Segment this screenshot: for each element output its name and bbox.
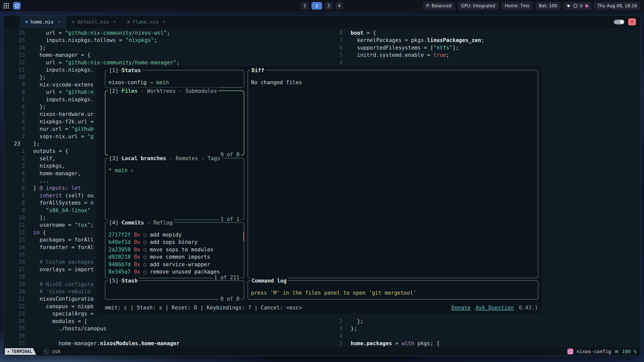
code-line[interactable]: 15 inputs.nixpkgs.follows = "nixpkgs"; (4, 37, 331, 44)
commit-row[interactable]: 2a23950 0x ○ move sops to modules (108, 246, 241, 253)
code-line[interactable]: 12 url = "github:nix-community/home-mana… (4, 59, 331, 66)
line-number: 4 (4, 170, 25, 177)
lazygit-diff-panel[interactable]: Diff No changed files (248, 70, 538, 278)
code-line[interactable]: 4 (331, 332, 640, 340)
workspace-button-3[interactable]: 3 (325, 2, 333, 10)
lazygit-status-panel[interactable]: [1]─Status nixos-config → main (105, 70, 244, 88)
workspace-button-1[interactable]: 1 (301, 2, 309, 10)
donate-link[interactable]: Donate (452, 304, 471, 311)
code-text: home-manager.nixosModules.home-manager (33, 340, 180, 347)
line-number: 4 (331, 59, 343, 66)
code-text: nixpkgs, (33, 162, 65, 170)
code-text: boot = { (351, 29, 376, 37)
files-count: 0 of 0 (219, 151, 241, 158)
app-launcher-icon[interactable] (4, 3, 9, 9)
lazygit-branches-panel[interactable]: [3]─Local branches - Remotes - Tags * ma… (105, 158, 244, 220)
line-number: 17 (4, 266, 25, 273)
line-number: 6 (4, 103, 25, 111)
workspaces: 1234 (301, 0, 343, 12)
tab-close-icon[interactable]: ✕ (113, 20, 116, 24)
lines-icon: ≡ (614, 348, 619, 354)
workspace-button-2[interactable]: 2 (311, 2, 322, 10)
code-text: outputs = { (33, 148, 68, 155)
line-number: 4 (4, 118, 25, 125)
status-module-3: Bat: 100 (535, 2, 560, 10)
code-line[interactable]: 4 (331, 59, 640, 66)
code-line[interactable]: 14 }; (4, 44, 331, 52)
tab-label: default.nix (77, 19, 109, 25)
pin-toggle[interactable] (614, 20, 624, 24)
tab-label: home.nix (30, 19, 54, 25)
line-number: 15 (4, 37, 25, 44)
line-number: 13 (4, 52, 25, 59)
code-line[interactable]: 25 ./hosts/canopus (4, 325, 331, 332)
commit-row[interactable]: 9486b7d 0x ○ add service-wrapper (108, 261, 241, 268)
top-status-bar: 1234 P: BalancedGPU: IntegratedHome: 7ms… (0, 0, 644, 12)
ask-question-link[interactable]: Ask Question (475, 304, 514, 311)
code-line[interactable]: 26 (4, 332, 331, 340)
code-text: kernelPackages = pkgs.linuxPackages_zen; (351, 37, 484, 44)
lazygit-stash-panel[interactable]: [5]─Stash 0 of 0 (105, 280, 244, 300)
indicator-dot-icon[interactable] (585, 4, 588, 8)
code-text: in { (33, 229, 46, 236)
mode-badge: ▶ TERMINAL (5, 348, 36, 355)
code-line[interactable]: 5 initrd.systemd.enable = true; (331, 52, 640, 59)
commit-row[interactable]: 2717f2f 0x ○ add mopidy (108, 231, 241, 239)
code-line[interactable]: 16 url = "github:nix-community/nixos-wsl… (4, 29, 331, 37)
code-text: # Custom packages (33, 258, 94, 266)
code-line[interactable]: 6 supportedFilesystems = ["ntfs"]; (331, 44, 640, 52)
shield-icon[interactable] (574, 4, 577, 8)
lazygit-files-panel[interactable]: [2]─Files - Worktrees - Submodules 0 of … (105, 90, 244, 155)
system-tray: 0 (563, 2, 591, 10)
code-line[interactable]: 2 }; (331, 318, 640, 325)
line-number: 18 (4, 273, 25, 281)
code-text: nixosConfiguratio (33, 295, 94, 303)
code-text: sops-nix.url = "g (33, 133, 94, 140)
code-line[interactable]: 7 kernelPackages = pkgs.linuxPackages_ze… (331, 37, 640, 44)
code-line[interactable]: 3}; (331, 325, 640, 332)
code-text: modules = [ (33, 318, 87, 325)
line-number: 6 (331, 44, 343, 52)
code-text: home.packages = with pkgs; [ (351, 340, 440, 347)
window-close-button[interactable]: ✕ (628, 18, 636, 25)
tab-flake.nix[interactable]: ❄flake.nix✕ (122, 15, 171, 28)
line-number: 25 (4, 325, 25, 332)
line-number: 13 (4, 236, 25, 244)
lazygit-command-log-panel[interactable]: Command log press 'M' in the files panel… (248, 280, 538, 300)
branch-item[interactable]: * main ✓ (108, 167, 134, 173)
line-number: 5 (4, 177, 25, 185)
code-text: ]; (33, 214, 46, 221)
line-number: 11 (4, 66, 25, 74)
lazygit-commits-panel[interactable]: [4]─Commits - Reflog 2717f2f 0x ○ add mo… (105, 222, 244, 278)
tabbar-tabs: ❄home.nix✕❄default.nix✕❄flake.nix✕ (20, 15, 171, 28)
clock[interactable]: Thu Aug 08, 18:16 (594, 2, 640, 10)
code-line[interactable]: 8boot = { (331, 29, 640, 37)
line-number: 14 (4, 44, 25, 52)
tab-close-icon[interactable]: ✕ (163, 20, 166, 24)
tabbar: ❄home.nix✕❄default.nix✕❄flake.nix✕ ✕ (4, 15, 640, 28)
line-number: 8 (331, 29, 343, 37)
wifi-icon[interactable] (566, 4, 571, 8)
tab-default.nix[interactable]: ❄default.nix✕ (66, 15, 122, 28)
commit-row[interactable]: b49ef1d 0x ○ add sops binary (108, 239, 241, 246)
focused-app-icon (13, 2, 21, 10)
commit-row[interactable]: d920218 0x ○ move common imports (108, 253, 241, 261)
diff-content: No changed files (248, 70, 538, 86)
shell-chip: >_ zsh (43, 348, 60, 354)
tab-home.nix[interactable]: ❄home.nix✕ (20, 15, 66, 28)
mode-label: TERMINAL (12, 349, 32, 354)
line-number: 2 (331, 318, 343, 325)
code-text: url = "github:nix-community/home-manager… (33, 59, 180, 66)
commits-scrollbar[interactable] (243, 231, 244, 241)
code-text: }; (33, 44, 46, 52)
tab-close-icon[interactable]: ✕ (58, 20, 61, 24)
code-line[interactable]: 5home.packages = with pkgs; [ (331, 340, 640, 347)
code-line[interactable]: 13 home-manager = { (4, 52, 331, 59)
status-module-1: GPU: Integrated (458, 2, 499, 10)
workspace-button-4[interactable]: 4 (335, 2, 343, 10)
code-line[interactable]: 27 home-manager.nixosModules.home-manage… (4, 340, 331, 347)
code-line[interactable]: 24 modules = [ (4, 318, 331, 325)
terminal-mode-icon: ▶ (8, 350, 10, 353)
line-number: 7 (331, 37, 343, 44)
scroll-position: 100 % (622, 349, 636, 354)
